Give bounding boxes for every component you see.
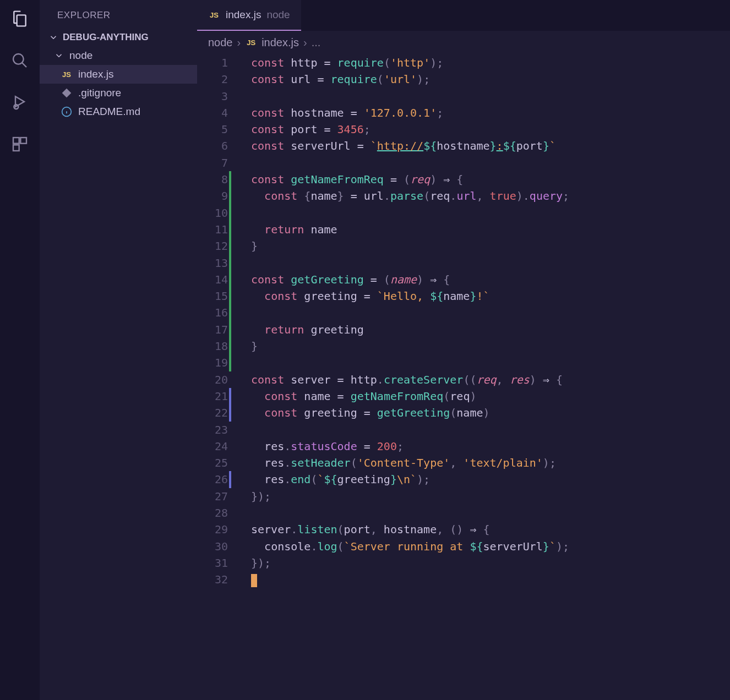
code-line[interactable]: const http = require('http');: [251, 54, 730, 71]
line-number: 13: [197, 255, 228, 271]
line-number: 12: [197, 238, 228, 254]
tab-bar: JS index.js node: [197, 0, 730, 31]
file-label: .gitignore: [78, 87, 121, 99]
line-number: 3: [197, 88, 228, 105]
search-icon[interactable]: [10, 51, 30, 70]
line-number: 15: [197, 288, 228, 304]
tree-folder-node[interactable]: node: [40, 46, 197, 65]
code-line[interactable]: [251, 255, 730, 271]
code-line[interactable]: [251, 422, 730, 438]
activity-bar: [0, 0, 40, 700]
chevron-right-icon: ›: [303, 36, 307, 49]
code-line[interactable]: server.listen(port, hostname, () ⇒ {: [251, 521, 730, 538]
svg-rect-4: [13, 145, 19, 151]
line-number: 9: [197, 188, 228, 204]
sidebar-title: EXPLORER: [40, 0, 197, 29]
sidebar-section-label: DEBUG-ANYTHING: [63, 32, 149, 43]
line-number: 6: [197, 138, 228, 154]
line-number: 24: [197, 438, 228, 455]
code-line[interactable]: const name = getNameFromReq(req): [251, 388, 730, 404]
line-number: 30: [197, 538, 228, 555]
code-line[interactable]: [251, 354, 730, 371]
line-gutter: 1234567891011121314151617181920212223242…: [197, 54, 236, 700]
line-number: 19: [197, 354, 228, 371]
folder-label: node: [69, 50, 92, 62]
tab-index-js[interactable]: JS index.js node: [197, 0, 301, 31]
sidebar: EXPLORER DEBUG-ANYTHING node JSindex.js.…: [40, 0, 197, 700]
file-label: README.md: [78, 106, 140, 118]
editor-main: JS index.js node node › JS index.js › ..…: [197, 0, 730, 700]
code-line[interactable]: return name: [251, 221, 730, 238]
line-number: 20: [197, 371, 228, 388]
code-line[interactable]: const server = http.createServer((req, r…: [251, 371, 730, 388]
line-number: 29: [197, 521, 228, 538]
js-icon: JS: [245, 37, 257, 49]
tree-file[interactable]: README.md: [40, 102, 197, 121]
code-line[interactable]: const getNameFromReq = (req) ⇒ {: [251, 171, 730, 188]
line-number: 31: [197, 555, 228, 571]
code-line[interactable]: [251, 205, 730, 221]
breadcrumb-part[interactable]: ...: [312, 36, 321, 49]
line-number: 16: [197, 304, 228, 321]
git-icon: [61, 87, 73, 99]
line-number: 8: [197, 171, 228, 188]
info-icon: [61, 106, 73, 118]
code-line[interactable]: const url = require('url');: [251, 71, 730, 88]
code-line[interactable]: res.statusCode = 200;: [251, 438, 730, 455]
tree-file[interactable]: JSindex.js: [40, 65, 197, 84]
tab-label: index.js: [226, 9, 261, 21]
code-line[interactable]: res.setHeader('Content-Type', 'text/plai…: [251, 455, 730, 471]
code-line[interactable]: const greeting = `Hello, ${name}!`: [251, 288, 730, 304]
code-line[interactable]: });: [251, 488, 730, 505]
breadcrumb-part[interactable]: node: [208, 36, 233, 49]
line-number: 26: [197, 471, 228, 488]
code-line[interactable]: }: [251, 338, 730, 354]
code-line[interactable]: [251, 304, 730, 321]
code-line[interactable]: console.log(`Server running at ${serverU…: [251, 538, 730, 555]
code-line[interactable]: return greeting: [251, 321, 730, 338]
tree-file[interactable]: .gitignore: [40, 84, 197, 102]
line-number: 1: [197, 54, 228, 71]
line-number: 2: [197, 71, 228, 88]
line-number: 25: [197, 455, 228, 471]
breadcrumb[interactable]: node › JS index.js › ...: [197, 31, 730, 54]
explorer-icon[interactable]: [10, 9, 30, 29]
chevron-right-icon: ›: [237, 36, 241, 49]
code-line[interactable]: const serverUrl = `http://${hostname}:${…: [251, 138, 730, 154]
file-label: index.js: [78, 68, 113, 80]
line-number: 22: [197, 404, 228, 421]
line-number: 10: [197, 205, 228, 221]
code-line[interactable]: [251, 505, 730, 521]
line-number: 21: [197, 388, 228, 404]
svg-point-0: [13, 54, 24, 64]
code-editor[interactable]: 1234567891011121314151617181920212223242…: [197, 54, 730, 700]
code-content[interactable]: const http = require('http');const url =…: [236, 54, 730, 700]
chevron-down-icon: [48, 32, 58, 42]
code-line[interactable]: const greeting = getGreeting(name): [251, 404, 730, 421]
line-number: 27: [197, 488, 228, 505]
code-line[interactable]: }: [251, 238, 730, 254]
code-line[interactable]: const hostname = '127.0.0.1';: [251, 105, 730, 121]
svg-rect-2: [13, 138, 19, 144]
line-number: 18: [197, 338, 228, 354]
line-number: 7: [197, 155, 228, 171]
tab-desc: node: [266, 9, 290, 21]
line-number: 28: [197, 505, 228, 521]
code-line[interactable]: [251, 155, 730, 171]
extensions-icon[interactable]: [10, 134, 30, 154]
sidebar-section[interactable]: DEBUG-ANYTHING: [40, 29, 197, 46]
code-line[interactable]: res.end(`${greeting}\n`);: [251, 471, 730, 488]
breadcrumb-part[interactable]: index.js: [262, 36, 299, 49]
debug-icon[interactable]: [10, 92, 30, 112]
code-line[interactable]: const port = 3456;: [251, 121, 730, 138]
code-line[interactable]: const {name} = url.parse(req.url, true).…: [251, 188, 730, 204]
code-line[interactable]: });: [251, 555, 730, 571]
line-number: 14: [197, 271, 228, 288]
code-line[interactable]: [251, 88, 730, 105]
code-line[interactable]: const getGreeting = (name) ⇒ {: [251, 271, 730, 288]
line-number: 17: [197, 321, 228, 338]
line-number: 32: [197, 571, 228, 588]
line-number: 5: [197, 121, 228, 138]
code-line[interactable]: [251, 571, 730, 588]
svg-rect-3: [20, 138, 26, 144]
